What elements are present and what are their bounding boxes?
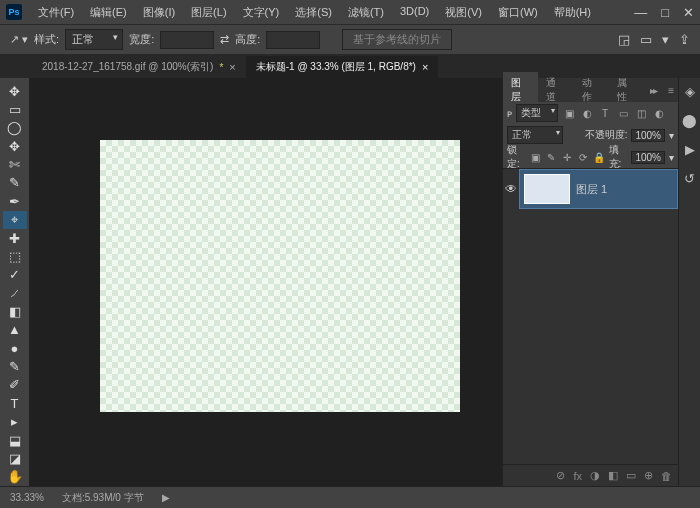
canvas[interactable] bbox=[100, 140, 460, 412]
fx-icon[interactable]: fx bbox=[573, 470, 582, 482]
dock-icon-3[interactable]: ↺ bbox=[684, 171, 695, 186]
filter-text-icon[interactable]: T bbox=[598, 106, 612, 120]
filter-type-select[interactable]: 类型 bbox=[516, 104, 558, 122]
maximize-button[interactable]: □ bbox=[661, 5, 669, 20]
tool-1[interactable]: ▭ bbox=[3, 100, 27, 118]
doc-info[interactable]: 文档:5.93M/0 字节 bbox=[62, 491, 144, 505]
share-icon[interactable]: ⇪ bbox=[679, 32, 690, 47]
tool-10[interactable]: ✓ bbox=[3, 266, 27, 284]
menu-select[interactable]: 选择(S) bbox=[287, 1, 340, 24]
menu-window[interactable]: 窗口(W) bbox=[490, 1, 546, 24]
lock-pixels-icon[interactable]: ▣ bbox=[530, 150, 542, 164]
screenmode-icon[interactable]: ▭ bbox=[640, 32, 652, 47]
tool-11[interactable]: ⟋ bbox=[3, 284, 27, 302]
tool-2[interactable]: ◯ bbox=[3, 119, 27, 137]
menu-edit[interactable]: 编辑(E) bbox=[82, 1, 135, 24]
tool-13[interactable]: ▲ bbox=[3, 321, 27, 339]
filter-toggle-icon[interactable]: ◐ bbox=[652, 106, 666, 120]
style-select[interactable]: 正常 bbox=[65, 29, 123, 50]
chevron-down-icon[interactable]: ▾ bbox=[669, 130, 674, 141]
menu-layer[interactable]: 图层(L) bbox=[183, 1, 234, 24]
tool-12[interactable]: ◧ bbox=[3, 302, 27, 320]
menu-3d[interactable]: 3D(D) bbox=[392, 1, 437, 24]
layer-thumbnail[interactable] bbox=[524, 174, 570, 204]
app-logo: Ps bbox=[6, 4, 22, 20]
tool-21[interactable]: ✋ bbox=[3, 468, 27, 486]
lock-position-icon[interactable]: ✛ bbox=[561, 150, 573, 164]
menu-file[interactable]: 文件(F) bbox=[30, 1, 82, 24]
status-bar: 33.33% 文档:5.93M/0 字节 ▶ bbox=[0, 486, 700, 508]
blend-mode-select[interactable]: 正常 bbox=[507, 126, 563, 144]
swap-icon[interactable]: ⇄ bbox=[220, 33, 229, 46]
menu-text[interactable]: 文字(Y) bbox=[235, 1, 288, 24]
slice-button[interactable]: 基于参考线的切片 bbox=[342, 29, 452, 50]
tool-8[interactable]: ✚ bbox=[3, 229, 27, 247]
close-button[interactable]: ✕ bbox=[683, 5, 694, 20]
right-dock: ◈⬤▶↺ bbox=[678, 78, 700, 486]
tool-7[interactable]: ⌖ bbox=[3, 211, 27, 229]
tool-9[interactable]: ⬚ bbox=[3, 247, 27, 265]
tool-15[interactable]: ✎ bbox=[3, 357, 27, 375]
group-icon[interactable]: ▭ bbox=[626, 469, 636, 482]
tool-0[interactable]: ✥ bbox=[3, 82, 27, 100]
fill-value[interactable]: 100% bbox=[631, 151, 665, 164]
panel-menu-icon[interactable]: ≡ bbox=[662, 85, 678, 96]
mask-icon[interactable]: ◑ bbox=[590, 469, 600, 482]
filter-adjust-icon[interactable]: ◐ bbox=[580, 106, 594, 120]
options-bar: ↗ ▾ 样式: 正常 宽度: ⇄ 高度: 基于参考线的切片 ◲ ▭ ▾ ⇪ bbox=[0, 24, 700, 54]
tool-20[interactable]: ◪ bbox=[3, 449, 27, 467]
layer-row[interactable]: 图层 1 bbox=[519, 169, 678, 209]
tool-14[interactable]: ● bbox=[3, 339, 27, 357]
new-layer-icon[interactable]: ⊕ bbox=[644, 469, 653, 482]
menu-view[interactable]: 视图(V) bbox=[437, 1, 490, 24]
layer-list: 👁 图层 1 bbox=[503, 168, 678, 464]
tool-16[interactable]: ✐ bbox=[3, 376, 27, 394]
lock-all-icon[interactable]: 🔒 bbox=[593, 150, 605, 164]
opacity-value[interactable]: 100% bbox=[631, 129, 665, 142]
dock-icon-0[interactable]: ◈ bbox=[685, 84, 695, 99]
width-label: 宽度: bbox=[129, 32, 154, 47]
tool-5[interactable]: ✎ bbox=[3, 174, 27, 192]
menu-image[interactable]: 图像(I) bbox=[135, 1, 183, 24]
tool-3[interactable]: ✥ bbox=[3, 137, 27, 155]
document-tab[interactable]: 未标题-1 @ 33.3% (图层 1, RGB/8*) × bbox=[246, 56, 439, 78]
tool-18[interactable]: ▸ bbox=[3, 412, 27, 430]
adjustment-icon[interactable]: ◧ bbox=[608, 469, 618, 482]
filter-shape-icon[interactable]: ▭ bbox=[616, 106, 630, 120]
tab-label: 2018-12-27_161758.gif @ 100%(索引) bbox=[42, 60, 213, 74]
filter-smart-icon[interactable]: ◫ bbox=[634, 106, 648, 120]
link-layers-icon[interactable]: ⊘ bbox=[556, 469, 565, 482]
dock-icon-2[interactable]: ▶ bbox=[685, 142, 695, 157]
arrange-icon[interactable]: ◲ bbox=[618, 32, 630, 47]
layer-name[interactable]: 图层 1 bbox=[576, 182, 607, 197]
tool-4[interactable]: ✄ bbox=[3, 155, 27, 173]
layer-visibility-icon[interactable]: 👁 bbox=[503, 182, 519, 196]
tool-6[interactable]: ✒ bbox=[3, 192, 27, 210]
menu-filter[interactable]: 滤镜(T) bbox=[340, 1, 392, 24]
chevron-down-icon[interactable]: ▾ bbox=[669, 152, 674, 163]
lock-label: 锁定: bbox=[507, 143, 526, 171]
height-input[interactable] bbox=[266, 31, 320, 49]
trash-icon[interactable]: 🗑 bbox=[661, 470, 672, 482]
dock-icon-1[interactable]: ⬤ bbox=[682, 113, 697, 128]
style-label: 样式: bbox=[34, 32, 59, 47]
minimize-button[interactable]: — bbox=[634, 5, 647, 20]
filter-pixel-icon[interactable]: ▣ bbox=[562, 106, 576, 120]
panel-expand-icon[interactable]: ▸▸ bbox=[644, 85, 662, 96]
lock-paint-icon[interactable]: ✎ bbox=[546, 150, 558, 164]
tool-preset-icon[interactable]: ↗ ▾ bbox=[10, 33, 28, 46]
tab-close-icon[interactable]: × bbox=[229, 61, 235, 73]
tab-close-icon[interactable]: × bbox=[422, 61, 428, 73]
tab-label: 未标题-1 @ 33.3% (图层 1, RGB/8*) bbox=[256, 60, 416, 74]
width-input[interactable] bbox=[160, 31, 214, 49]
zoom-level[interactable]: 33.33% bbox=[10, 492, 44, 503]
canvas-area[interactable] bbox=[30, 78, 502, 486]
status-arrow-icon[interactable]: ▶ bbox=[162, 492, 170, 503]
document-tab[interactable]: 2018-12-27_161758.gif @ 100%(索引) * × bbox=[32, 56, 246, 78]
lock-artboard-icon[interactable]: ⟳ bbox=[577, 150, 589, 164]
menu-help[interactable]: 帮助(H) bbox=[546, 1, 599, 24]
tool-17[interactable]: T bbox=[3, 394, 27, 412]
tool-19[interactable]: ⬓ bbox=[3, 431, 27, 449]
fill-label: 填充: bbox=[609, 143, 628, 171]
extras-icon[interactable]: ▾ bbox=[662, 32, 669, 47]
